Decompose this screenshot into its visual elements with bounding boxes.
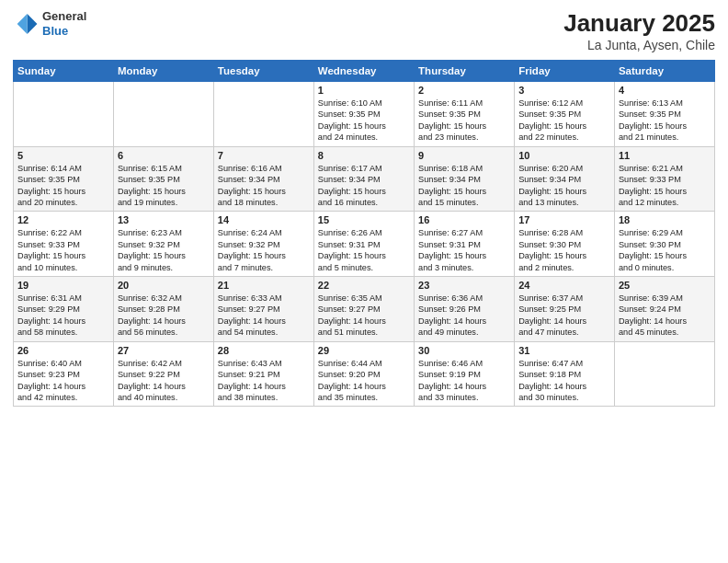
day-number: 12 [17, 214, 109, 225]
day-number: 21 [218, 280, 310, 291]
day-info: Sunrise: 6:24 AMSunset: 9:32 PMDaylight:… [218, 227, 310, 273]
calendar-day-13: 13Sunrise: 6:23 AMSunset: 9:32 PMDayligh… [113, 212, 213, 277]
calendar-day-1: 1Sunrise: 6:10 AMSunset: 9:35 PMDaylight… [313, 82, 414, 147]
calendar-week-3: 12Sunrise: 6:22 AMSunset: 9:33 PMDayligh… [14, 212, 715, 277]
logo-text: General Blue [42, 9, 86, 38]
calendar-day-11: 11Sunrise: 6:21 AMSunset: 9:33 PMDayligh… [614, 146, 714, 212]
day-number: 8 [318, 150, 410, 161]
day-number: 28 [218, 345, 310, 356]
day-info: Sunrise: 6:14 AMSunset: 9:35 PMDaylight:… [17, 163, 109, 209]
calendar-header-friday: Friday [515, 61, 615, 82]
calendar-day-12: 12Sunrise: 6:22 AMSunset: 9:33 PMDayligh… [14, 212, 114, 277]
calendar-day-5: 5Sunrise: 6:14 AMSunset: 9:35 PMDaylight… [14, 146, 114, 212]
header: General Blue January 2025 La Junta, Ayse… [13, 9, 715, 52]
day-info: Sunrise: 6:21 AMSunset: 9:33 PMDaylight:… [619, 163, 711, 209]
calendar-day-25: 25Sunrise: 6:39 AMSunset: 9:24 PMDayligh… [614, 277, 714, 342]
day-info: Sunrise: 6:26 AMSunset: 9:31 PMDaylight:… [318, 227, 410, 273]
calendar-week-1: 1Sunrise: 6:10 AMSunset: 9:35 PMDaylight… [14, 82, 715, 147]
day-info: Sunrise: 6:32 AMSunset: 9:28 PMDaylight:… [118, 293, 210, 339]
day-number: 26 [17, 345, 109, 356]
day-number: 18 [619, 214, 711, 225]
day-number: 13 [118, 214, 210, 225]
day-number: 6 [118, 150, 210, 161]
day-number: 22 [318, 280, 410, 291]
logo: General Blue [13, 9, 86, 38]
calendar-week-2: 5Sunrise: 6:14 AMSunset: 9:35 PMDaylight… [14, 146, 715, 212]
day-number: 19 [17, 280, 109, 291]
calendar-header-sunday: Sunday [14, 61, 114, 82]
day-info: Sunrise: 6:28 AMSunset: 9:30 PMDaylight:… [518, 227, 610, 273]
calendar-day-26: 26Sunrise: 6:40 AMSunset: 9:23 PMDayligh… [14, 341, 114, 407]
calendar-day-22: 22Sunrise: 6:35 AMSunset: 9:27 PMDayligh… [313, 277, 414, 342]
day-info: Sunrise: 6:31 AMSunset: 9:29 PMDaylight:… [17, 293, 109, 339]
day-number: 14 [218, 214, 310, 225]
day-info: Sunrise: 6:37 AMSunset: 9:25 PMDaylight:… [518, 293, 610, 339]
calendar-day-15: 15Sunrise: 6:26 AMSunset: 9:31 PMDayligh… [313, 212, 414, 277]
calendar-day-23: 23Sunrise: 6:36 AMSunset: 9:26 PMDayligh… [415, 277, 515, 342]
day-info: Sunrise: 6:13 AMSunset: 9:35 PMDaylight:… [619, 98, 711, 144]
calendar-day-14: 14Sunrise: 6:24 AMSunset: 9:32 PMDayligh… [213, 212, 313, 277]
calendar-week-4: 19Sunrise: 6:31 AMSunset: 9:29 PMDayligh… [14, 277, 715, 342]
day-number: 3 [518, 85, 610, 96]
day-number: 5 [17, 150, 109, 161]
calendar-day-18: 18Sunrise: 6:29 AMSunset: 9:30 PMDayligh… [614, 212, 714, 277]
calendar-day-16: 16Sunrise: 6:27 AMSunset: 9:31 PMDayligh… [415, 212, 515, 277]
calendar-day-7: 7Sunrise: 6:16 AMSunset: 9:34 PMDaylight… [213, 146, 313, 212]
day-info: Sunrise: 6:42 AMSunset: 9:22 PMDaylight:… [118, 358, 210, 404]
day-info: Sunrise: 6:40 AMSunset: 9:23 PMDaylight:… [17, 358, 109, 404]
day-number: 7 [218, 150, 310, 161]
calendar-day-30: 30Sunrise: 6:46 AMSunset: 9:19 PMDayligh… [415, 341, 515, 407]
logo-general: General [42, 9, 86, 23]
calendar-empty-cell [14, 82, 114, 147]
day-info: Sunrise: 6:15 AMSunset: 9:35 PMDaylight:… [118, 163, 210, 209]
calendar-subtitle: La Junta, Aysen, Chile [563, 38, 715, 52]
day-number: 16 [418, 214, 510, 225]
calendar-header-tuesday: Tuesday [213, 61, 313, 82]
day-number: 23 [418, 280, 510, 291]
day-number: 25 [619, 280, 711, 291]
day-number: 15 [318, 214, 410, 225]
day-number: 24 [518, 280, 610, 291]
day-info: Sunrise: 6:23 AMSunset: 9:32 PMDaylight:… [118, 227, 210, 273]
calendar-table: SundayMondayTuesdayWednesdayThursdayFrid… [13, 60, 715, 407]
calendar-day-20: 20Sunrise: 6:32 AMSunset: 9:28 PMDayligh… [113, 277, 213, 342]
calendar-header-wednesday: Wednesday [313, 61, 414, 82]
calendar-empty-cell [113, 82, 213, 147]
day-number: 31 [518, 345, 610, 356]
day-info: Sunrise: 6:12 AMSunset: 9:35 PMDaylight:… [518, 98, 610, 144]
day-info: Sunrise: 6:27 AMSunset: 9:31 PMDaylight:… [418, 227, 510, 273]
day-number: 9 [418, 150, 510, 161]
day-number: 20 [118, 280, 210, 291]
calendar-empty-cell [213, 82, 313, 147]
logo-blue: Blue [42, 24, 68, 38]
day-info: Sunrise: 6:36 AMSunset: 9:26 PMDaylight:… [418, 293, 510, 339]
calendar-header-row: SundayMondayTuesdayWednesdayThursdayFrid… [14, 61, 715, 82]
page: General Blue January 2025 La Junta, Ayse… [0, 0, 728, 563]
calendar-header-thursday: Thursday [415, 61, 515, 82]
day-number: 29 [318, 345, 410, 356]
calendar-day-9: 9Sunrise: 6:18 AMSunset: 9:34 PMDaylight… [415, 146, 515, 212]
calendar-title: January 2025 [563, 9, 715, 38]
calendar-day-8: 8Sunrise: 6:17 AMSunset: 9:34 PMDaylight… [313, 146, 414, 212]
day-number: 10 [518, 150, 610, 161]
title-block: January 2025 La Junta, Aysen, Chile [563, 9, 715, 52]
day-info: Sunrise: 6:46 AMSunset: 9:19 PMDaylight:… [418, 358, 510, 404]
calendar-empty-cell [614, 341, 714, 407]
day-info: Sunrise: 6:20 AMSunset: 9:34 PMDaylight:… [518, 163, 610, 209]
calendar-day-3: 3Sunrise: 6:12 AMSunset: 9:35 PMDaylight… [515, 82, 615, 147]
day-info: Sunrise: 6:17 AMSunset: 9:34 PMDaylight:… [318, 163, 410, 209]
day-info: Sunrise: 6:16 AMSunset: 9:34 PMDaylight:… [218, 163, 310, 209]
calendar-day-17: 17Sunrise: 6:28 AMSunset: 9:30 PMDayligh… [515, 212, 615, 277]
logo-icon [13, 11, 39, 37]
calendar-day-31: 31Sunrise: 6:47 AMSunset: 9:18 PMDayligh… [515, 341, 615, 407]
day-info: Sunrise: 6:39 AMSunset: 9:24 PMDaylight:… [619, 293, 711, 339]
calendar-day-27: 27Sunrise: 6:42 AMSunset: 9:22 PMDayligh… [113, 341, 213, 407]
calendar-day-4: 4Sunrise: 6:13 AMSunset: 9:35 PMDaylight… [614, 82, 714, 147]
day-info: Sunrise: 6:29 AMSunset: 9:30 PMDaylight:… [619, 227, 711, 273]
day-number: 17 [518, 214, 610, 225]
calendar-day-21: 21Sunrise: 6:33 AMSunset: 9:27 PMDayligh… [213, 277, 313, 342]
calendar-day-28: 28Sunrise: 6:43 AMSunset: 9:21 PMDayligh… [213, 341, 313, 407]
day-info: Sunrise: 6:22 AMSunset: 9:33 PMDaylight:… [17, 227, 109, 273]
day-info: Sunrise: 6:47 AMSunset: 9:18 PMDaylight:… [518, 358, 610, 404]
day-number: 1 [318, 85, 410, 96]
